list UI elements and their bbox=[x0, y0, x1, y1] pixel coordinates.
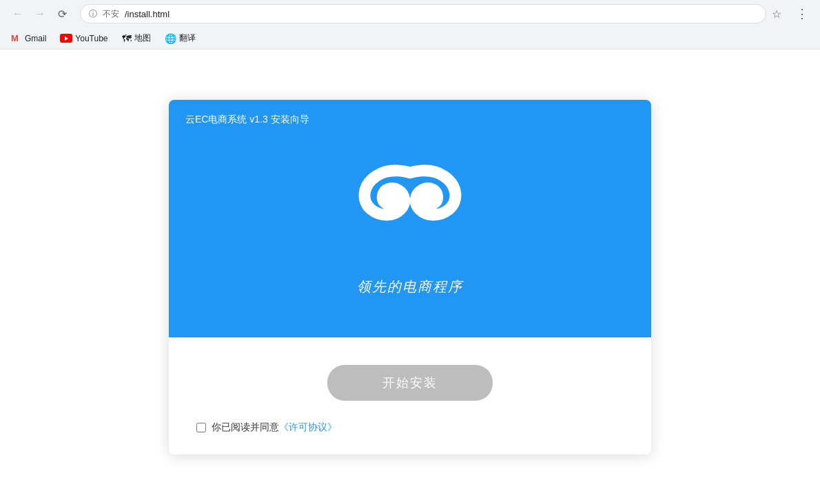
address-bar-row: ← → ⟳ ⓘ 不安 /install.html ☆ ⋮ bbox=[0, 0, 820, 28]
bookmark-translate-label: 翻译 bbox=[179, 32, 196, 44]
translate-icon: 🌐 bbox=[165, 33, 176, 44]
forward-button[interactable]: → bbox=[30, 4, 50, 23]
address-bar[interactable]: ⓘ 不安 /install.html bbox=[80, 4, 766, 23]
agreement-text: 你已阅读并同意《许可协议》 bbox=[212, 421, 337, 434]
bookmark-translate[interactable]: 🌐 翻译 bbox=[159, 31, 201, 45]
youtube-icon bbox=[60, 34, 72, 43]
bookmark-maps[interactable]: 🗺 地图 bbox=[116, 31, 156, 45]
license-agreement-link[interactable]: 《许可协议》 bbox=[279, 421, 337, 432]
bookmarks-bar: M Gmail YouTube 🗺 地图 🌐 翻译 bbox=[0, 28, 820, 50]
back-button[interactable]: ← bbox=[8, 4, 28, 23]
bookmark-star-icon[interactable]: ☆ bbox=[772, 8, 784, 21]
agreement-prefix-text: 你已阅读并同意 bbox=[212, 421, 279, 432]
url-display: /install.html bbox=[125, 9, 757, 19]
maps-icon: 🗺 bbox=[122, 33, 132, 44]
install-wizard-title: 云EC电商系统 v1.3 安装向导 bbox=[185, 114, 309, 126]
nav-buttons: ← → ⟳ bbox=[8, 4, 72, 23]
install-card-header: 云EC电商系统 v1.3 安装向导 领先的电商程序 bbox=[169, 100, 651, 337]
start-install-button[interactable]: 开始安装 bbox=[327, 365, 493, 401]
install-card: 云EC电商系统 v1.3 安装向导 领先的电商程序 bbox=[169, 100, 651, 454]
brand-logo bbox=[358, 160, 462, 243]
gmail-icon: M bbox=[11, 33, 22, 44]
bookmark-youtube-label: YouTube bbox=[75, 34, 107, 43]
refresh-button[interactable]: ⟳ bbox=[52, 4, 72, 23]
logo-container bbox=[358, 160, 462, 243]
page-content: 云EC电商系统 v1.3 安装向导 领先的电商程序 bbox=[0, 50, 820, 504]
security-icon: ⓘ bbox=[89, 8, 97, 20]
agreement-row: 你已阅读并同意《许可协议》 bbox=[196, 421, 337, 434]
brand-tagline: 领先的电商程序 bbox=[357, 277, 463, 296]
bookmark-maps-label: 地图 bbox=[134, 32, 151, 44]
install-card-body: 开始安装 你已阅读并同意《许可协议》 bbox=[169, 337, 651, 454]
bookmark-youtube[interactable]: YouTube bbox=[54, 32, 113, 45]
browser-chrome: ← → ⟳ ⓘ 不安 /install.html ☆ ⋮ M Gmail You… bbox=[0, 0, 820, 50]
agreement-checkbox[interactable] bbox=[196, 423, 206, 432]
bookmark-gmail[interactable]: M Gmail bbox=[6, 32, 52, 45]
security-label: 不安 bbox=[103, 8, 119, 20]
bookmark-gmail-label: Gmail bbox=[25, 34, 46, 43]
menu-button[interactable]: ⋮ bbox=[792, 4, 812, 23]
